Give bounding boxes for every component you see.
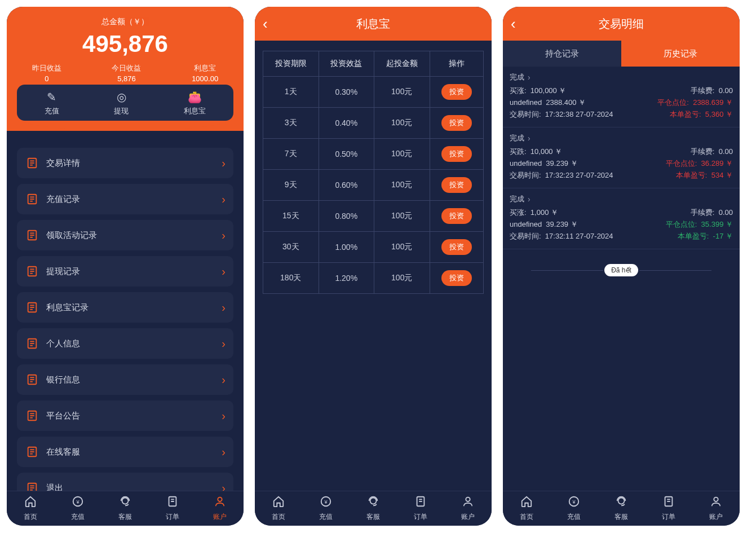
action-withdraw[interactable]: ◎ 提现 xyxy=(114,90,129,116)
menu-icon xyxy=(25,228,39,243)
status-label: 完成 xyxy=(510,194,524,204)
menu-item[interactable]: 充值记录 › xyxy=(17,184,233,214)
action-recharge[interactable]: ✎ 充值 xyxy=(45,90,59,116)
chevron-right-icon: › xyxy=(528,73,530,82)
menu-icon xyxy=(25,192,39,206)
nav-recharge[interactable]: ¥充值 xyxy=(567,495,581,522)
menu-label: 利息宝记录 xyxy=(46,302,222,313)
nav-icon xyxy=(614,495,628,511)
menu-label: 个人信息 xyxy=(46,338,222,349)
invest-table-wrap: 投资期限 投资效益 起投金额 操作 1天 0.30% 100元 投资3天 0.4… xyxy=(255,41,492,491)
tab-history[interactable]: 历史记录 xyxy=(621,41,740,67)
edit-icon: ✎ xyxy=(45,90,59,104)
back-icon[interactable]: ‹ xyxy=(511,15,516,33)
nav-account[interactable]: 账户 xyxy=(213,495,227,522)
chevron-right-icon: › xyxy=(528,195,530,204)
menu-icon xyxy=(25,444,39,459)
page-header: ‹ 利息宝 xyxy=(255,7,492,41)
menu-icon xyxy=(25,408,39,423)
tab-bar: 持仓记录 历史记录 xyxy=(503,41,740,67)
chevron-right-icon: › xyxy=(528,134,530,143)
nav-icon xyxy=(461,495,475,511)
nav-icon xyxy=(118,495,132,511)
menu-item[interactable]: 退出 › xyxy=(17,473,233,491)
page-title: 交易明细 xyxy=(599,16,644,32)
invest-button[interactable]: 投资 xyxy=(441,84,472,100)
records-list[interactable]: 完成 › 买涨: 100,000 ￥ 手续费: 0.00 undefined 2… xyxy=(503,67,740,491)
balance-header: 总金额（￥） 495,876 昨日收益0 今日收益5,876 利息宝1000.0… xyxy=(7,7,244,131)
chevron-right-icon: › xyxy=(222,337,226,350)
menu-label: 退出 xyxy=(46,483,222,491)
table-row: 1天 0.30% 100元 投资 xyxy=(263,77,484,108)
svg-point-56 xyxy=(618,498,625,504)
end-of-list: Đã hết xyxy=(604,264,638,276)
nav-support[interactable]: 客服 xyxy=(614,495,628,522)
nav-home[interactable]: 首页 xyxy=(520,495,533,522)
invest-button[interactable]: 投资 xyxy=(441,146,472,162)
nav-icon xyxy=(166,495,179,511)
nav-icon xyxy=(272,495,285,511)
nav-icon xyxy=(662,495,675,511)
nav-icon: ¥ xyxy=(71,495,85,511)
menu-item[interactable]: 提现记录 › xyxy=(17,256,233,287)
svg-point-53 xyxy=(466,497,470,501)
invest-button[interactable]: 投资 xyxy=(441,115,472,131)
transaction-record[interactable]: 完成 › 买涨: 1,000 ￥ 手续费: 0.00 undefined 39.… xyxy=(503,188,740,249)
quick-actions: ✎ 充值 ◎ 提现 👛 利息宝 xyxy=(17,85,233,121)
nav-icon xyxy=(709,495,723,511)
menu-item[interactable]: 个人信息 › xyxy=(17,328,233,359)
menu-list[interactable]: 交易详情 › 充值记录 › 领取活动记录 › 提现记录 › 利息宝记录 › 个人… xyxy=(7,131,244,491)
menu-item[interactable]: 领取活动记录 › xyxy=(17,220,233,250)
nav-orders[interactable]: 订单 xyxy=(414,495,427,522)
table-row: 9天 0.60% 100元 投资 xyxy=(263,170,484,201)
screen-transactions: ‹ 交易明细 持仓记录 历史记录 完成 › 买涨: 100,000 ￥ 手续费:… xyxy=(503,7,740,526)
nav-support[interactable]: 客服 xyxy=(118,495,132,522)
invest-button[interactable]: 投资 xyxy=(441,239,472,255)
svg-text:¥: ¥ xyxy=(324,499,328,505)
action-lixibao[interactable]: 👛 利息宝 xyxy=(184,90,206,116)
menu-item[interactable]: 银行信息 › xyxy=(17,364,233,395)
table-row: 30天 1.00% 100元 投资 xyxy=(263,232,484,263)
nav-support[interactable]: 客服 xyxy=(366,495,380,522)
svg-text:¥: ¥ xyxy=(572,499,576,505)
chevron-right-icon: › xyxy=(222,446,226,459)
nav-home[interactable]: 首页 xyxy=(24,495,37,522)
status-row: 完成 › xyxy=(510,72,733,82)
menu-item[interactable]: 交易详情 › xyxy=(17,148,233,178)
nav-account[interactable]: 账户 xyxy=(709,495,723,522)
nav-recharge[interactable]: ¥充值 xyxy=(319,495,333,522)
chevron-right-icon: › xyxy=(222,482,226,491)
invest-button[interactable]: 投资 xyxy=(441,177,472,193)
invest-button[interactable]: 投资 xyxy=(441,208,472,224)
status-label: 完成 xyxy=(510,72,524,82)
invest-button[interactable]: 投资 xyxy=(441,270,472,286)
svg-text:¥: ¥ xyxy=(76,499,79,505)
nav-orders[interactable]: 订单 xyxy=(662,495,675,522)
back-icon[interactable]: ‹ xyxy=(263,15,268,33)
table-row: 3天 0.40% 100元 投资 xyxy=(263,108,484,139)
nav-account[interactable]: 账户 xyxy=(461,495,475,522)
nav-orders[interactable]: 订单 xyxy=(166,495,179,522)
screen-lixibao: ‹ 利息宝 投资期限 投资效益 起投金额 操作 1天 0.30% 100元 投资… xyxy=(255,7,492,526)
nav-icon: ¥ xyxy=(319,495,333,511)
tab-positions[interactable]: 持仓记录 xyxy=(503,41,621,67)
status-label: 完成 xyxy=(510,133,524,143)
nav-recharge[interactable]: ¥充值 xyxy=(71,495,85,522)
nav-home[interactable]: 首页 xyxy=(272,495,285,522)
menu-item[interactable]: 在线客服 › xyxy=(17,437,233,467)
status-row: 完成 › xyxy=(510,133,733,143)
menu-item[interactable]: 利息宝记录 › xyxy=(17,292,233,323)
invest-table: 投资期限 投资效益 起投金额 操作 1天 0.30% 100元 投资3天 0.4… xyxy=(263,51,484,294)
bottom-nav: 首页¥充值客服订单账户 xyxy=(503,491,740,526)
menu-label: 交易详情 xyxy=(46,158,222,169)
menu-label: 充值记录 xyxy=(46,194,222,205)
transaction-record[interactable]: 完成 › 买跌: 10,000 ￥ 手续费: 0.00 undefined 39… xyxy=(503,127,740,188)
chevron-right-icon: › xyxy=(222,229,226,242)
bag-icon: 👛 xyxy=(184,90,206,104)
nav-icon xyxy=(213,495,227,511)
menu-icon xyxy=(25,481,39,491)
transaction-record[interactable]: 完成 › 买涨: 100,000 ￥ 手续费: 0.00 undefined 2… xyxy=(503,67,740,127)
menu-label: 在线客服 xyxy=(46,447,222,457)
bottom-nav: 首页¥充值客服订单账户 xyxy=(7,491,244,526)
menu-item[interactable]: 平台公告 › xyxy=(17,400,233,431)
